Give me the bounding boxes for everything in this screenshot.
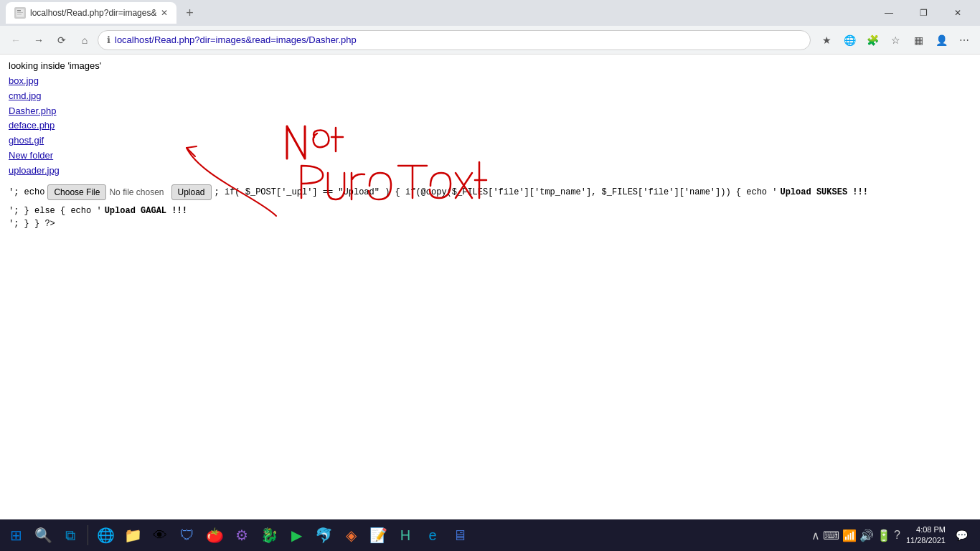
- taskbar-shield[interactable]: 🛡: [174, 522, 200, 548]
- home-button[interactable]: ⌂: [75, 30, 95, 50]
- choose-file-button[interactable]: Choose File: [47, 184, 106, 200]
- line3-text: '; } } ?>: [9, 219, 55, 229]
- close-button[interactable]: ✕: [941, 0, 974, 26]
- extension-icon[interactable]: 🧩: [862, 30, 882, 50]
- file-link-dasher-php[interactable]: Dasher.php: [9, 104, 971, 119]
- taskbar-task-view[interactable]: ⧉: [57, 522, 83, 548]
- taskbar-pycharm[interactable]: ⚙: [229, 522, 255, 548]
- upload-code-text: ; if( $_POST['_upl'] == "Upload" ) { if(…: [215, 187, 778, 197]
- notification-button[interactable]: 💬: [951, 525, 971, 545]
- forward-button[interactable]: →: [29, 30, 49, 50]
- profile-icon[interactable]: 👤: [931, 30, 951, 50]
- tab-bar: localhost/Read.php?dir=images& ✕ +: [6, 2, 867, 24]
- taskbar-separator-1: [88, 525, 88, 545]
- file-link-cmd-jpg[interactable]: cmd.jpg: [9, 89, 971, 104]
- menu-icon[interactable]: ⋯: [954, 30, 974, 50]
- clock[interactable]: 4:08 PM 11/28/2021: [906, 524, 946, 547]
- echo-line-3: '; } } ?>: [9, 219, 971, 229]
- taskbar-heidi2[interactable]: H: [392, 522, 418, 548]
- help-icon[interactable]: ?: [894, 529, 900, 542]
- tab-close-button[interactable]: ✕: [161, 8, 168, 18]
- new-tab-button[interactable]: +: [179, 3, 199, 23]
- info-icon: ℹ: [107, 34, 110, 45]
- page-wrapper: looking inside 'images' box.jpg cmd.jpg …: [0, 55, 980, 519]
- svg-rect-3: [17, 14, 22, 15]
- tab-favicon: [14, 7, 26, 19]
- taskbar-notepad[interactable]: 📝: [365, 522, 391, 548]
- taskbar-search[interactable]: 🔍: [30, 522, 56, 548]
- reload-button[interactable]: ⟳: [52, 30, 72, 50]
- browser-window: localhost/Read.php?dir=images& ✕ + — ❐ ✕…: [0, 0, 980, 551]
- address-input[interactable]: [115, 34, 801, 45]
- taskbar-edge2[interactable]: e: [420, 522, 446, 548]
- taskbar: ⊞ 🔍 ⧉ 🌐 📁 👁 🛡 🍅 ⚙ 🐉 ▶: [0, 519, 980, 551]
- clock-date: 11/28/2021: [906, 535, 946, 546]
- taskbar-applet[interactable]: 🖥: [447, 522, 473, 548]
- svg-rect-2: [17, 12, 23, 13]
- no-file-label: No file chosen: [109, 187, 164, 197]
- globe-icon[interactable]: 🌐: [839, 30, 859, 50]
- upload-button[interactable]: Upload: [171, 184, 212, 200]
- file-link-uploader-jpg[interactable]: uploader.jpg: [9, 164, 971, 179]
- toolbar-icons: ★ 🌐 🧩 ☆ ▦ 👤 ⋯: [816, 30, 974, 50]
- taskbar-tomato[interactable]: 🍅: [202, 522, 227, 548]
- caret-up-icon[interactable]: ∧: [811, 529, 820, 542]
- star-icon[interactable]: ★: [816, 30, 837, 50]
- upload-fail-text: Upload GAGAL !!!: [105, 206, 187, 216]
- browser-tab[interactable]: localhost/Read.php?dir=images& ✕: [6, 2, 176, 24]
- upload-success-text: Upload SUKSES !!!: [780, 187, 867, 197]
- page-header: looking inside 'images': [9, 60, 971, 71]
- maximize-button[interactable]: ❐: [907, 0, 940, 26]
- taskbar-edge[interactable]: 🌐: [93, 522, 118, 548]
- svg-rect-1: [17, 10, 21, 11]
- echo-line-2: '; } else { echo ' Upload GAGAL !!!: [9, 206, 971, 216]
- title-bar-controls: — ❐ ✕: [872, 0, 974, 26]
- taskbar-heidi[interactable]: 🐬: [311, 522, 336, 548]
- file-link-ghost-gif[interactable]: ghost.gif: [9, 133, 971, 149]
- speaker-icon[interactable]: 🔊: [859, 529, 874, 542]
- file-link-box-jpg[interactable]: box.jpg: [9, 74, 971, 89]
- taskbar-folder[interactable]: 📁: [120, 522, 146, 548]
- line2-prefix: '; } else { echo ': [9, 206, 102, 216]
- taskbar-dragon[interactable]: 🐉: [256, 522, 282, 548]
- upload-form-area: '; echo Choose File No file chosen Uploa…: [9, 184, 971, 200]
- minimize-button[interactable]: —: [872, 0, 905, 26]
- taskbar-ispy[interactable]: 👁: [147, 522, 173, 548]
- back-button[interactable]: ←: [6, 30, 26, 50]
- address-bar-input-wrap: ℹ: [98, 30, 811, 50]
- echo-prefix: '; echo: [9, 187, 44, 197]
- file-link-new-folder[interactable]: New folder: [9, 149, 971, 164]
- file-list: box.jpg cmd.jpg Dasher.php deface.php gh…: [9, 74, 971, 179]
- clock-time: 4:08 PM: [906, 524, 946, 535]
- favorites-icon[interactable]: ☆: [885, 30, 905, 50]
- network-icon[interactable]: 📶: [842, 529, 857, 542]
- taskbar-right: ∧ ⌨ 📶 🔊 🔋 ? 4:08 PM 11/28/2021 💬: [811, 524, 977, 547]
- file-link-deface-php[interactable]: deface.php: [9, 118, 971, 133]
- systray-icons: ∧ ⌨ 📶 🔊 🔋 ?: [811, 529, 900, 542]
- collections-icon[interactable]: ▦: [908, 30, 928, 50]
- page-content: looking inside 'images' box.jpg cmd.jpg …: [0, 55, 980, 519]
- start-button[interactable]: ⊞: [3, 522, 29, 548]
- taskbar-terminal[interactable]: ▶: [283, 522, 309, 548]
- taskbar-sublime[interactable]: ◈: [338, 522, 364, 548]
- title-bar: localhost/Read.php?dir=images& ✕ + — ❐ ✕: [0, 0, 980, 26]
- battery-icon: 🔋: [877, 529, 891, 542]
- keyboard-icon: ⌨: [823, 529, 839, 542]
- address-bar: ← → ⟳ ⌂ ℹ ★ 🌐 🧩 ☆ ▦ 👤 ⋯: [0, 26, 980, 55]
- tab-title: localhost/Read.php?dir=images&: [30, 8, 156, 18]
